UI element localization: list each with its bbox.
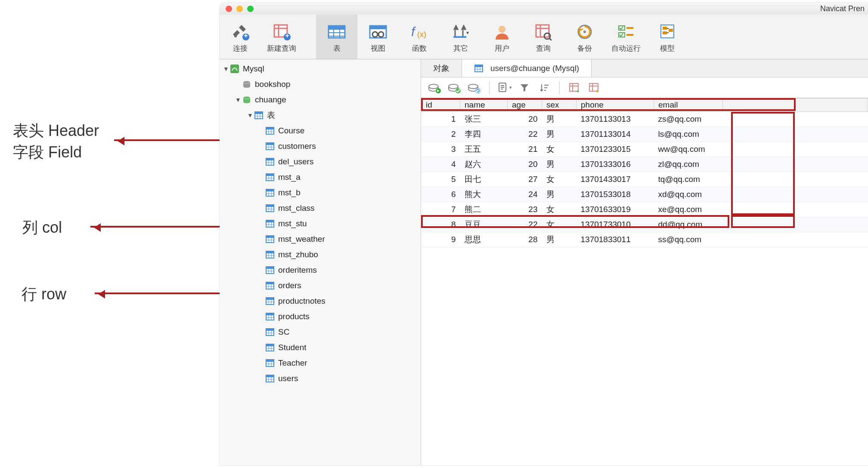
cell-email[interactable]: ss@qq.com [654, 232, 723, 247]
commit-icon[interactable] [445, 80, 463, 95]
tree-table[interactable]: mst_a [220, 169, 421, 185]
cell-name[interactable]: 思思 [460, 232, 508, 247]
cell-age[interactable]: 28 [508, 232, 542, 247]
cell-sex[interactable]: 男 [542, 112, 577, 127]
toolbar-other[interactable]: ▾其它 [440, 15, 481, 59]
cell-sex[interactable]: 男 [542, 187, 577, 202]
table-row[interactable]: 6 熊大 24 男 13701533018 xd@qq.com [422, 187, 868, 202]
sort-icon[interactable] [535, 80, 553, 95]
cell-phone[interactable]: 13701233015 [577, 142, 654, 157]
cell-phone[interactable]: 13701133014 [577, 127, 654, 142]
tree-table[interactable]: Course [220, 123, 421, 139]
tree-database[interactable]: bookshop [220, 77, 421, 92]
tree-table[interactable]: mst_class [220, 200, 421, 216]
refresh-db-icon[interactable] [465, 80, 483, 95]
tree-table[interactable]: mst_stu [220, 216, 421, 231]
tree-table[interactable]: users [220, 371, 421, 386]
toolbar-query[interactable]: 查询 [523, 15, 564, 59]
table-row[interactable]: 4 赵六 20 男 13701333016 zl@qq.com [422, 157, 868, 172]
table-row[interactable]: 2 李四 22 男 13701133014 ls@qq.com [422, 127, 868, 142]
data-grid[interactable]: idnameagesexphoneemail 1 张三 20 男 1370113… [421, 98, 868, 247]
cell-name[interactable]: 张三 [460, 112, 508, 127]
tree-table[interactable]: Teacher [220, 355, 421, 371]
cell-id[interactable]: 5 [422, 172, 460, 187]
tree-table[interactable]: Student [220, 340, 421, 355]
tab-users-table[interactable]: users@chuange (Mysql) [462, 59, 592, 77]
cell-email[interactable]: ww@qq.com [654, 142, 723, 157]
cell-phone[interactable]: 13701833011 [577, 232, 654, 247]
cell-name[interactable]: 李四 [460, 127, 508, 142]
cell-id[interactable]: 7 [422, 202, 460, 217]
cell-email[interactable]: zs@qq.com [654, 112, 723, 127]
tree-table[interactable]: orders [220, 278, 421, 293]
cell-age[interactable]: 24 [508, 187, 542, 202]
cell-email[interactable]: tq@qq.com [654, 172, 723, 187]
cell-sex[interactable]: 男 [542, 232, 577, 247]
cell-age[interactable]: 22 [508, 217, 542, 232]
cell-name[interactable]: 王五 [460, 142, 508, 157]
cell-phone[interactable]: 13701733010 [577, 217, 654, 232]
table-row[interactable]: 5 田七 27 女 13701433017 tq@qq.com [422, 172, 868, 187]
export-table-icon[interactable] [586, 80, 604, 95]
cell-age[interactable]: 23 [508, 202, 542, 217]
cell-id[interactable]: 2 [422, 127, 460, 142]
run-icon[interactable] [425, 80, 443, 95]
cell-sex[interactable]: 女 [542, 172, 577, 187]
column-header-name[interactable]: name [460, 99, 508, 112]
cell-name[interactable]: 赵六 [460, 157, 508, 172]
toolbar-function[interactable]: f(x)函数 [399, 15, 440, 59]
cell-name[interactable]: 熊二 [460, 202, 508, 217]
table-row[interactable]: 8 豆豆 22 女 13701733010 dd@qq.com [422, 217, 868, 232]
cell-id[interactable]: 3 [422, 142, 460, 157]
cell-name[interactable]: 熊大 [460, 187, 508, 202]
cell-phone[interactable]: 13701533018 [577, 187, 654, 202]
cell-id[interactable]: 9 [422, 232, 460, 247]
tree-table[interactable]: products [220, 309, 421, 324]
cell-age[interactable]: 27 [508, 172, 542, 187]
tree-table[interactable]: orderitems [220, 262, 421, 278]
cell-age[interactable]: 22 [508, 127, 542, 142]
cell-id[interactable]: 6 [422, 187, 460, 202]
toolbar-table[interactable]: 表 [316, 15, 357, 59]
table-row[interactable]: 1 张三 20 男 13701133013 zs@qq.com [422, 112, 868, 127]
cell-age[interactable]: 20 [508, 112, 542, 127]
cell-name[interactable]: 豆豆 [460, 217, 508, 232]
cell-email[interactable]: ls@qq.com [654, 127, 723, 142]
cell-email[interactable]: dd@qq.com [654, 217, 723, 232]
export-icon[interactable]: ▾ [496, 80, 514, 95]
cell-sex[interactable]: 男 [542, 157, 577, 172]
cell-sex[interactable]: 女 [542, 202, 577, 217]
tree-table[interactable]: SC [220, 324, 421, 340]
close-icon[interactable] [226, 6, 232, 12]
tree-connection[interactable]: ▼Mysql [220, 61, 421, 77]
table-row[interactable]: 7 熊二 23 女 13701633019 xe@qq.com [422, 202, 868, 217]
tab-objects[interactable]: 对象 [421, 59, 462, 77]
cell-age[interactable]: 21 [508, 142, 542, 157]
cell-email[interactable]: zl@qq.com [654, 157, 723, 172]
cell-sex[interactable]: 男 [542, 127, 577, 142]
cell-id[interactable]: 8 [422, 217, 460, 232]
table-row[interactable]: 3 王五 21 女 13701233015 ww@qq.com [422, 142, 868, 157]
minimize-icon[interactable] [236, 6, 243, 12]
toolbar-connect[interactable]: 连接 [220, 15, 261, 59]
cell-phone[interactable]: 13701333016 [577, 157, 654, 172]
cell-email[interactable]: xd@qq.com [654, 187, 723, 202]
connection-tree[interactable]: ▼Mysqlbookshop▼chuange▼表Coursecustomersd… [220, 59, 421, 465]
import-icon[interactable] [566, 80, 584, 95]
tree-table[interactable]: customers [220, 139, 421, 154]
cell-id[interactable]: 1 [422, 112, 460, 127]
cell-phone[interactable]: 13701133013 [577, 112, 654, 127]
tree-table[interactable]: mst_zhubo [220, 247, 421, 262]
cell-name[interactable]: 田七 [460, 172, 508, 187]
filter-icon[interactable] [515, 80, 533, 95]
column-header-id[interactable]: id [422, 99, 460, 112]
cell-phone[interactable]: 13701633019 [577, 202, 654, 217]
cell-email[interactable]: xe@qq.com [654, 202, 723, 217]
cell-sex[interactable]: 女 [542, 217, 577, 232]
cell-id[interactable]: 4 [422, 157, 460, 172]
toolbar-user[interactable]: 用户 [481, 15, 523, 59]
cell-age[interactable]: 20 [508, 157, 542, 172]
toolbar-model[interactable]: 模型 [647, 15, 688, 59]
table-row[interactable]: 9 思思 28 男 13701833011 ss@qq.com [422, 232, 868, 247]
tree-table[interactable]: productnotes [220, 293, 421, 309]
